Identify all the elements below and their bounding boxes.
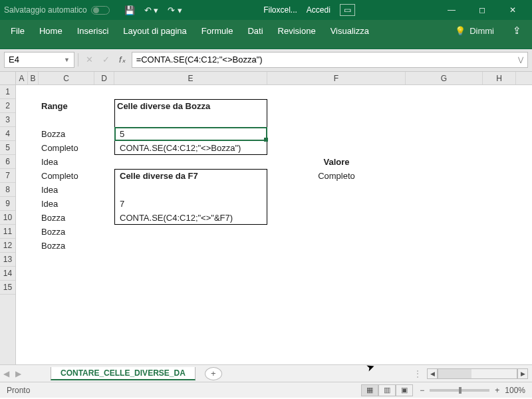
row-4[interactable]: 4 — [0, 127, 15, 141]
lightbulb-icon: 💡 — [455, 26, 466, 36]
expand-formula-icon[interactable]: ⋁ — [518, 56, 523, 63]
tab-file[interactable]: File — [11, 26, 25, 36]
row-8[interactable]: 8 — [0, 183, 15, 197]
scroll-right-button[interactable]: ▶ — [517, 368, 528, 379]
cell-C6[interactable]: Idea — [39, 155, 94, 169]
signin-link[interactable]: Accedi — [307, 5, 331, 15]
tab-data[interactable]: Dati — [247, 26, 263, 36]
cell-F7[interactable]: Completo — [267, 169, 406, 183]
sheet-tab-label: CONTARE_CELLE_DIVERSE_DA — [61, 368, 186, 378]
row-1[interactable]: 1 — [0, 85, 15, 99]
spreadsheet-grid[interactable]: A B C D E F G H 1 2 3 4 5 6 7 8 9 10 11 … — [0, 72, 532, 364]
minimize-button[interactable]: — — [436, 0, 467, 20]
maximize-button[interactable]: ◻ — [467, 0, 497, 20]
cells-area[interactable]: Range Celle diverse da Bozza Bozza Compl… — [16, 85, 532, 364]
row-5[interactable]: 5 — [0, 141, 15, 155]
add-sheet-button[interactable]: + — [205, 367, 222, 380]
cell-C2[interactable]: Range — [39, 99, 94, 113]
name-box-value: E4 — [9, 55, 19, 65]
cell-C11[interactable]: Bozza — [39, 225, 94, 239]
view-normal-icon[interactable]: ▦ — [361, 384, 378, 396]
tab-view[interactable]: Visualizza — [331, 26, 369, 36]
horizontal-scrollbar[interactable]: ⋮ ◀ ▶ — [414, 368, 528, 379]
row-7[interactable]: 7 — [0, 169, 15, 183]
col-B[interactable]: B — [28, 72, 39, 84]
view-page-layout-icon[interactable]: ▥ — [378, 384, 396, 396]
tab-home[interactable]: Home — [39, 26, 63, 36]
title-bar: Salvataggio automatico 💾 ↶ ▾ ↷ ▾ Filoxce… — [0, 0, 532, 20]
undo-icon[interactable]: ↶ ▾ — [144, 5, 159, 15]
col-F[interactable]: F — [267, 72, 406, 84]
close-button[interactable]: ✕ — [497, 0, 528, 20]
col-A[interactable]: A — [16, 72, 28, 84]
tab-review[interactable]: Revisione — [278, 26, 316, 36]
formula-bar-value: =CONTA.SE(C4:C12;"<>Bozza") — [136, 55, 263, 65]
tell-me-label: Dimmi — [469, 26, 494, 36]
tell-me[interactable]: 💡 Dimmi — [455, 26, 494, 36]
zoom-out-button[interactable]: − — [420, 386, 424, 395]
chevron-down-icon[interactable]: ▼ — [64, 57, 70, 63]
share-icon[interactable]: ⇪ — [513, 25, 521, 37]
sheet-tab-active[interactable]: CONTARE_CELLE_DIVERSE_DA — [51, 367, 196, 380]
col-C[interactable]: C — [39, 72, 94, 84]
name-box[interactable]: E4 ▼ — [4, 52, 74, 68]
fx-icon[interactable]: fₓ — [115, 55, 130, 65]
sheet-nav-prev[interactable]: ◀ — [0, 369, 12, 378]
row-12[interactable]: 12 — [0, 239, 15, 253]
col-D[interactable]: D — [94, 72, 114, 84]
accept-formula-icon[interactable]: ✓ — [98, 52, 113, 68]
row-headers: 1 2 3 4 5 6 7 8 9 10 11 12 13 14 15 — [0, 85, 16, 364]
ribbon-body — [0, 41, 532, 49]
cell-C12[interactable]: Bozza — [39, 239, 94, 253]
cancel-formula-icon[interactable]: ✕ — [82, 52, 96, 68]
cell-C10[interactable]: Bozza — [39, 211, 94, 225]
cell-C8[interactable]: Idea — [39, 183, 94, 197]
sheet-tab-bar: ◀ ▶ CONTARE_CELLE_DIVERSE_DA + ⋮ ◀ ▶ — [0, 364, 532, 382]
column-headers: A B C D E F G H — [0, 72, 532, 85]
scroll-thumb[interactable] — [438, 369, 471, 378]
cell-F6[interactable]: Valore — [267, 155, 406, 169]
tab-layout[interactable]: Layout di pagina — [123, 26, 186, 36]
cell-selection — [114, 127, 267, 141]
cell-C9[interactable]: Idea — [39, 197, 94, 211]
row-11[interactable]: 11 — [0, 225, 15, 239]
cell-C5[interactable]: Completo — [39, 141, 94, 155]
status-ready: Pronto — [7, 386, 30, 395]
formula-bar-row: E4 ▼ ✕ ✓ fₓ =CONTA.SE(C4:C12;"<>Bozza") … — [0, 49, 532, 72]
tab-insert[interactable]: Inserisci — [77, 26, 109, 36]
row-15[interactable]: 15 — [0, 281, 15, 295]
row-10[interactable]: 10 — [0, 211, 15, 225]
col-G[interactable]: G — [406, 72, 483, 84]
ribbon-display-icon[interactable]: ▭ — [340, 4, 355, 16]
tab-formulas[interactable]: Formule — [201, 26, 233, 36]
toggle-switch[interactable] — [91, 6, 110, 15]
col-E[interactable]: E — [114, 72, 267, 84]
ribbon-tabs: File Home Inserisci Layout di pagina For… — [0, 20, 532, 41]
zoom-level[interactable]: 100% — [505, 386, 525, 395]
row-3[interactable]: 3 — [0, 113, 15, 127]
zoom-slider[interactable] — [430, 389, 489, 392]
row-2[interactable]: 2 — [0, 99, 15, 113]
col-H[interactable]: H — [483, 72, 516, 84]
zoom-in-button[interactable]: + — [495, 386, 499, 395]
save-icon[interactable]: 💾 — [124, 5, 135, 15]
cell-C7[interactable]: Completo — [39, 169, 94, 183]
autosave-label: Salvataggio automatico — [4, 5, 87, 15]
cell-C4[interactable]: Bozza — [39, 127, 94, 141]
border-box-2 — [114, 169, 267, 225]
redo-icon[interactable]: ↷ ▾ — [168, 5, 182, 15]
autosave-toggle[interactable]: Salvataggio automatico — [4, 5, 110, 15]
row-6[interactable]: 6 — [0, 155, 15, 169]
select-all-corner[interactable] — [0, 72, 16, 84]
splitter-icon[interactable]: ⋮ — [414, 369, 423, 378]
row-13[interactable]: 13 — [0, 253, 15, 267]
status-bar: Pronto ▦ ▥ ▣ − + 100% — [0, 382, 532, 398]
file-name: Filoxcel... — [263, 5, 297, 15]
scroll-track[interactable] — [438, 368, 517, 379]
scroll-left-button[interactable]: ◀ — [427, 368, 438, 379]
row-9[interactable]: 9 — [0, 197, 15, 211]
row-14[interactable]: 14 — [0, 267, 15, 281]
view-page-break-icon[interactable]: ▣ — [396, 384, 413, 396]
sheet-nav-next[interactable]: ▶ — [12, 369, 24, 378]
formula-bar[interactable]: =CONTA.SE(C4:C12;"<>Bozza") ⋁ — [132, 52, 528, 68]
